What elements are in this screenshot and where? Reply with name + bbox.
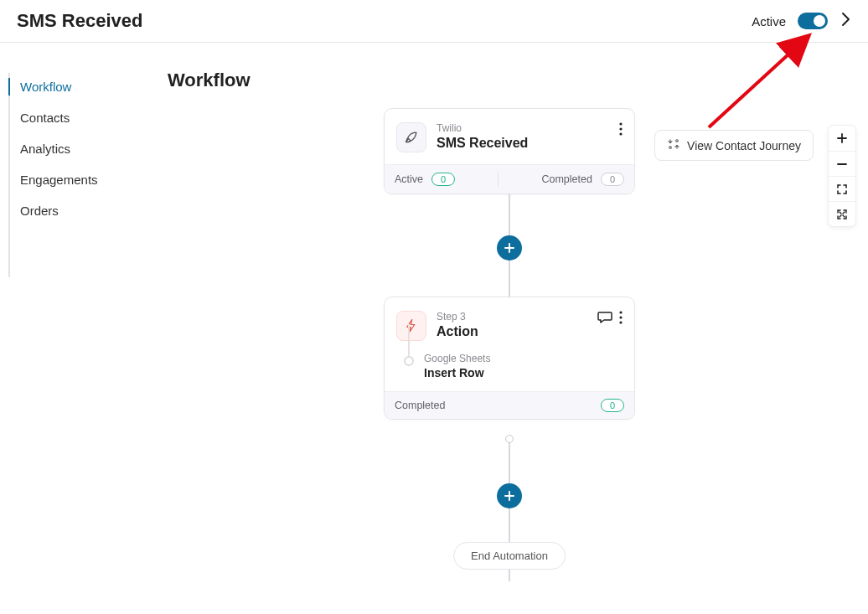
sidebar-item-label: Workflow	[20, 80, 71, 94]
add-step-button[interactable]	[497, 235, 522, 261]
sidebar-item-engagements[interactable]: Engagements	[0, 164, 151, 195]
active-status-label: Active	[752, 14, 786, 28]
node-title: SMS Received	[437, 136, 609, 151]
chevron-right-icon[interactable]	[840, 11, 851, 31]
main-area: Workflow Twilio SMS Received	[151, 43, 868, 614]
section-title: Workflow	[168, 70, 851, 91]
sidebar-item-analytics[interactable]: Analytics	[0, 133, 151, 164]
svg-point-0	[619, 122, 622, 125]
page-title: SMS Received	[17, 10, 142, 32]
toggle-knob	[814, 15, 825, 27]
more-menu-icon[interactable]	[619, 311, 623, 324]
sidebar-nav: Workflow Contacts Analytics Engagements …	[0, 43, 151, 614]
node-provider-label: Twilio	[437, 122, 609, 134]
node-step-label: Step 3	[437, 311, 587, 322]
end-automation-label: End Automation	[453, 542, 566, 570]
stat-active-count: 0	[431, 173, 455, 186]
substep-title: Insert Row	[424, 366, 490, 379]
sidebar-item-workflow[interactable]: Workflow	[0, 71, 151, 102]
workflow-node-trigger[interactable]: Twilio SMS Received Active 0	[384, 108, 635, 194]
sidebar-item-contacts[interactable]: Contacts	[0, 102, 151, 133]
app-header: SMS Received Active	[0, 0, 868, 43]
sidebar-item-orders[interactable]: Orders	[0, 195, 151, 226]
journey-button-label: View Contact Journey	[687, 139, 801, 152]
svg-point-5	[619, 321, 622, 323]
rocket-icon	[396, 122, 426, 152]
svg-point-4	[619, 316, 622, 318]
stat-active-label: Active	[395, 173, 423, 185]
stat-completed-label: Completed	[395, 400, 445, 411]
substep-provider-label: Google Sheets	[424, 353, 490, 364]
connector-dot	[505, 435, 514, 443]
workflow-canvas[interactable]: Twilio SMS Received Active 0	[168, 108, 851, 614]
zoom-controls	[829, 126, 855, 226]
stat-completed-count: 0	[601, 399, 624, 412]
zoom-in-button[interactable]	[829, 126, 855, 151]
zoom-out-button[interactable]	[829, 151, 855, 176]
active-toggle[interactable]	[798, 13, 828, 29]
substep-dot	[404, 356, 414, 366]
svg-point-2	[619, 132, 622, 135]
sidebar-item-label: Engagements	[20, 173, 98, 187]
view-contact-journey-button[interactable]: View Contact Journey	[654, 130, 814, 161]
fullscreen-button[interactable]	[829, 176, 855, 201]
sidebar-item-label: Contacts	[20, 111, 70, 125]
add-step-button[interactable]	[497, 483, 522, 508]
journey-icon	[667, 137, 680, 153]
node-substep[interactable]: Google Sheets Insert Row	[396, 353, 623, 379]
stat-completed-count: 0	[601, 173, 624, 186]
comment-icon[interactable]	[597, 311, 612, 324]
fit-to-screen-button[interactable]	[829, 201, 855, 226]
sidebar-item-label: Analytics	[20, 142, 70, 156]
divider	[498, 172, 499, 187]
header-controls: Active	[752, 11, 851, 31]
svg-point-3	[619, 311, 622, 313]
bolt-icon	[396, 311, 426, 341]
more-menu-icon[interactable]	[619, 122, 623, 136]
sidebar-item-label: Orders	[20, 204, 59, 218]
svg-point-1	[619, 127, 622, 130]
workflow-node-action[interactable]: Step 3 Action	[384, 297, 635, 420]
node-title: Action	[437, 324, 587, 339]
stat-completed-label: Completed	[541, 173, 592, 185]
